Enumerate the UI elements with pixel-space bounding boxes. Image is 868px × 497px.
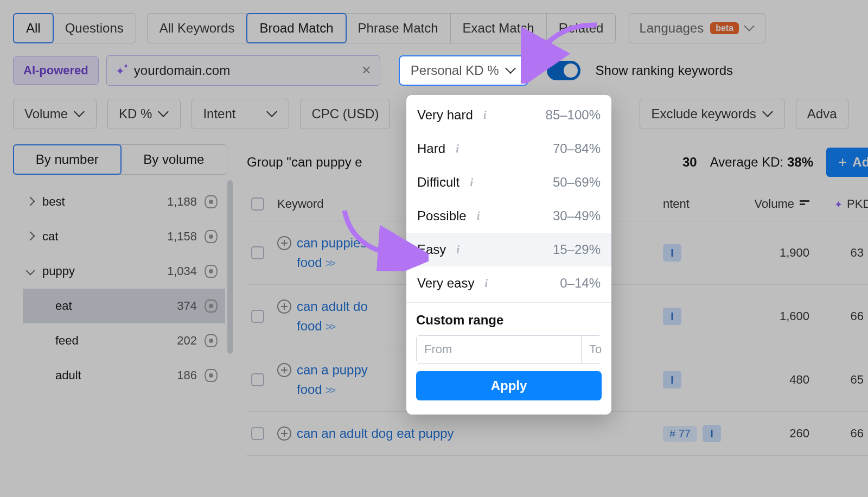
- keyword-tree: best1,188cat1,158puppy1,034eat374feed202…: [13, 180, 227, 393]
- intent-badge: I: [663, 371, 681, 388]
- domain-input[interactable]: [134, 63, 355, 78]
- info-icon[interactable]: i: [452, 244, 463, 255]
- pkd-cell: 63: [809, 246, 868, 260]
- clear-icon[interactable]: ✕: [361, 63, 371, 78]
- keyword-link[interactable]: can an adult dog eat puppy: [297, 424, 454, 443]
- kd-option-possible[interactable]: Possiblei30–49%: [406, 199, 611, 233]
- tree-item-count: 1,034: [167, 264, 197, 278]
- eye-icon[interactable]: [205, 334, 218, 347]
- seg-by-number[interactable]: By number: [13, 144, 122, 175]
- filter-advanced[interactable]: Adva: [796, 99, 848, 129]
- chevron-right-icon: [27, 198, 35, 206]
- custom-range-label: Custom range: [416, 313, 602, 328]
- custom-range-to[interactable]: [582, 336, 611, 363]
- pkd-cell: 66: [809, 309, 868, 323]
- eye-icon[interactable]: [205, 369, 218, 382]
- languages-dropdown[interactable]: Languages beta: [629, 13, 765, 43]
- keyword-link[interactable]: can a puppy: [297, 360, 368, 380]
- kd-option-difficult[interactable]: Difficulti50–69%: [406, 165, 611, 199]
- keyword-link[interactable]: can adult do: [297, 297, 368, 316]
- tree-item-feed[interactable]: feed202: [23, 323, 225, 358]
- tab-all-keywords[interactable]: All Keywords: [148, 14, 247, 43]
- row-checkbox[interactable]: [251, 373, 264, 386]
- rank-badge: # 77: [663, 426, 697, 442]
- kd-option-easy[interactable]: Easyi15–29%: [406, 233, 611, 266]
- kd-option-range: 50–69%: [553, 175, 601, 190]
- chevron-right-icon: [27, 233, 35, 240]
- add-keyword-icon[interactable]: [277, 300, 291, 314]
- sparkle-icon: [834, 197, 843, 211]
- tree-item-eat[interactable]: eat374: [23, 289, 225, 323]
- match-tabs: All Keywords Broad Match Phrase Match Ex…: [147, 13, 616, 43]
- info-icon[interactable]: i: [452, 143, 463, 154]
- personal-kd-dropdown-trigger[interactable]: Personal KD %: [399, 55, 528, 86]
- pkd-cell: 66: [809, 426, 868, 441]
- keyword-link[interactable]: can puppies: [297, 233, 367, 253]
- keyword-link[interactable]: food: [297, 318, 322, 333]
- table-row: can an adult dog eat puppy# 77I26066: [247, 412, 868, 456]
- eye-icon[interactable]: [205, 195, 218, 208]
- serp-icon[interactable]: >>: [326, 384, 334, 396]
- kd-option-hard[interactable]: Hardi70–84%: [406, 132, 611, 165]
- col-volume[interactable]: Volume: [728, 197, 809, 211]
- tab-related[interactable]: Related: [547, 14, 616, 43]
- tab-exact-match[interactable]: Exact Match: [451, 14, 547, 43]
- sparkle-icon: [116, 65, 127, 77]
- chevron-down-icon: [745, 23, 755, 33]
- seg-by-volume[interactable]: By volume: [121, 145, 227, 174]
- keyword-link[interactable]: food: [297, 255, 322, 270]
- kd-option-range: 0–14%: [560, 276, 601, 291]
- kd-option-very-easy[interactable]: Very easyi0–14%: [406, 266, 611, 300]
- show-ranking-toggle[interactable]: [547, 61, 580, 80]
- add-keyword-icon[interactable]: [277, 236, 291, 250]
- tree-item-cat[interactable]: cat1,158: [23, 219, 225, 254]
- kd-option-label: Very hard: [417, 107, 473, 123]
- tree-item-label: cat: [42, 230, 58, 244]
- select-all-checkbox[interactable]: [251, 197, 264, 211]
- tree-item-adult[interactable]: adult186: [23, 358, 225, 393]
- scrollbar[interactable]: [227, 180, 233, 354]
- row-checkbox[interactable]: [251, 246, 264, 259]
- tree-item-count: 202: [177, 334, 197, 348]
- tab-all[interactable]: All: [13, 13, 54, 43]
- kd-option-label: Very easy: [417, 276, 474, 291]
- kd-option-very-hard[interactable]: Very hardi85–100%: [406, 98, 611, 132]
- filter-cpc[interactable]: CPC (USD): [300, 99, 390, 129]
- info-icon[interactable]: i: [480, 110, 490, 120]
- info-icon[interactable]: i: [473, 211, 484, 221]
- tree-item-puppy[interactable]: puppy1,034: [23, 254, 225, 289]
- col-pkd[interactable]: PKD %: [809, 197, 868, 211]
- volume-cell: 1,900: [728, 246, 809, 260]
- filter-volume[interactable]: Volume: [13, 99, 97, 129]
- add-keyword-icon[interactable]: [277, 426, 291, 441]
- row-checkbox[interactable]: [251, 427, 264, 440]
- keyword-link[interactable]: food: [297, 382, 322, 397]
- sort-icon: [800, 200, 809, 208]
- tab-phrase-match[interactable]: Phrase Match: [346, 14, 451, 43]
- chevron-down-icon: [764, 109, 774, 119]
- row-checkbox[interactable]: [251, 310, 264, 323]
- kd-option-range: 30–49%: [553, 208, 601, 224]
- info-icon[interactable]: i: [466, 177, 477, 188]
- eye-icon[interactable]: [205, 300, 218, 313]
- eye-icon[interactable]: [205, 265, 218, 278]
- tree-item-best[interactable]: best1,188: [23, 184, 225, 219]
- eye-icon[interactable]: [205, 230, 218, 243]
- serp-icon[interactable]: >>: [326, 321, 334, 333]
- average-kd: Average KD: 38%: [710, 155, 813, 170]
- info-icon[interactable]: i: [481, 278, 492, 289]
- add-keyword-icon[interactable]: [277, 363, 291, 377]
- show-ranking-label: Show ranking keywords: [596, 63, 733, 78]
- chevron-down-icon: [27, 267, 35, 275]
- col-intent[interactable]: ntent: [663, 197, 728, 211]
- custom-range-from[interactable]: [417, 336, 582, 363]
- filter-kd[interactable]: KD %: [107, 99, 181, 129]
- filter-intent[interactable]: Intent: [192, 99, 289, 129]
- tab-broad-match[interactable]: Broad Match: [246, 13, 346, 43]
- add-button[interactable]: +Add: [826, 148, 868, 177]
- tree-item-label: feed: [55, 334, 79, 348]
- filter-exclude-keywords[interactable]: Exclude keywords: [640, 99, 784, 129]
- apply-button[interactable]: Apply: [416, 371, 602, 400]
- serp-icon[interactable]: >>: [326, 257, 334, 269]
- tab-questions[interactable]: Questions: [53, 14, 136, 43]
